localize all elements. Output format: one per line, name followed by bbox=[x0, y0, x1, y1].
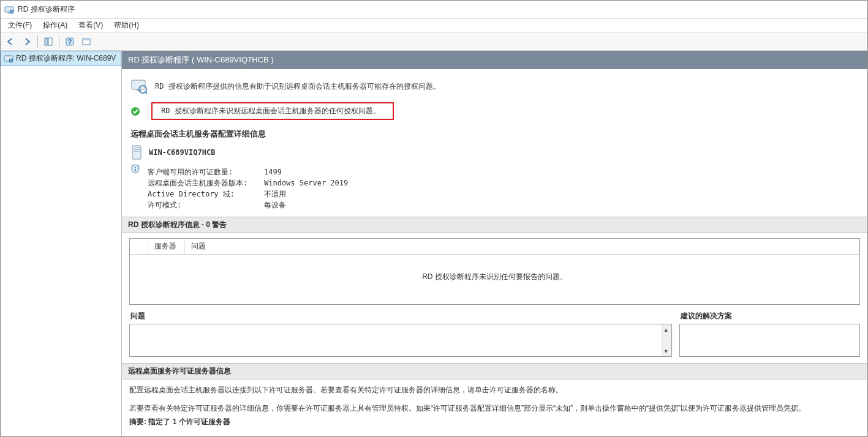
config-details: 客户端可用的许可证数量:1499 远程桌面会话主机服务器版本:Windows S… bbox=[145, 164, 357, 217]
app-icon bbox=[4, 5, 14, 15]
issue-textarea[interactable]: ▲▼ bbox=[129, 324, 672, 357]
svg-point-10 bbox=[9, 59, 13, 62]
menu-help[interactable]: 帮助(H) bbox=[109, 19, 144, 32]
body: RD 授权诊断程序: WIN-C689V RD 授权诊断程序 ( WIN-C68… bbox=[1, 51, 867, 436]
detail-label: Active Directory 域: bbox=[148, 189, 252, 200]
sidebar: RD 授权诊断程序: WIN-C689V bbox=[1, 51, 122, 436]
svg-rect-21 bbox=[135, 169, 135, 171]
ok-check-icon bbox=[130, 106, 140, 116]
server-icon bbox=[130, 144, 143, 160]
status-row: RD 授权诊断程序未识别远程桌面会话主机服务器的任何授权问题。 bbox=[122, 100, 867, 126]
tree-node-rd-diagnoser[interactable]: RD 授权诊断程序: WIN-C689V bbox=[1, 51, 121, 66]
license-info-line2: 若要查看有关特定许可证服务器的详细信息，你需要在许可证服务器上具有管理员特权。如… bbox=[129, 402, 860, 415]
svg-point-20 bbox=[135, 167, 136, 168]
intro-row: RD 授权诊断程序提供的信息有助于识别远程桌面会话主机服务器可能存在的授权问题。 bbox=[122, 69, 867, 100]
menu-file[interactable]: 文件(F) bbox=[3, 19, 37, 32]
issue-column: 问题 ▲▼ bbox=[129, 310, 672, 357]
detail-value: 1499 bbox=[264, 166, 282, 177]
server-name: WIN-C689VIQ7HCB bbox=[149, 148, 215, 157]
status-ok-box: RD 授权诊断程序未识别远程桌面会话主机服务器的任何授权问题。 bbox=[151, 102, 394, 120]
app-window: RD 授权诊断程序 文件(F) 操作(A) 查看(V) 帮助(H) ? RD 授… bbox=[0, 0, 868, 437]
grid-header-issue[interactable]: 问题 bbox=[185, 239, 859, 254]
menu-view[interactable]: 查看(V) bbox=[74, 19, 108, 32]
license-server-section: 配置远程桌面会话主机服务器以连接到以下许可证服务器。若要查看有关特定许可证服务器… bbox=[122, 379, 867, 428]
license-info-line1: 配置远程桌面会话主机服务器以连接到以下许可证服务器。若要查看有关特定许可证服务器… bbox=[129, 383, 860, 397]
solution-textarea[interactable] bbox=[679, 324, 860, 357]
menu-action[interactable]: 操作(A) bbox=[38, 19, 72, 32]
toolbar: ? bbox=[1, 32, 867, 51]
svg-point-2 bbox=[10, 10, 13, 13]
warn-grid: 服务器 问题 RD 授权诊断程序未识别任何要报告的问题。 bbox=[129, 238, 860, 305]
svg-rect-18 bbox=[134, 149, 140, 150]
svg-rect-4 bbox=[48, 38, 52, 45]
detail-row: 远程桌面会话主机服务器版本:Windows Server 2019 bbox=[148, 177, 348, 189]
svg-rect-3 bbox=[45, 38, 48, 45]
issue-label: 问题 bbox=[129, 310, 672, 324]
scroll-down-icon[interactable]: ▼ bbox=[661, 346, 671, 356]
detail-label: 客户端可用的许可证数量: bbox=[148, 166, 252, 177]
grid-empty-message: RD 授权诊断程序未识别任何要报告的问题。 bbox=[130, 255, 859, 304]
split-row: 问题 ▲▼ 建议的解决方案 bbox=[122, 310, 867, 363]
back-button[interactable] bbox=[3, 34, 18, 49]
content-header: RD 授权诊断程序 ( WIN-C689VIQ7HCB ) bbox=[122, 51, 867, 69]
scrollbar[interactable]: ▲▼ bbox=[661, 324, 671, 356]
detail-label: 远程桌面会话主机服务器版本: bbox=[148, 177, 252, 189]
intro-text: RD 授权诊断程序提供的信息有助于识别远程桌面会话主机服务器可能存在的授权问题。 bbox=[155, 81, 440, 92]
menubar: 文件(F) 操作(A) 查看(V) 帮助(H) bbox=[1, 19, 867, 32]
scroll-up-icon[interactable]: ▲ bbox=[661, 324, 671, 335]
warn-panel-title: RD 授权诊断程序信息 - 0 警告 bbox=[122, 217, 867, 233]
content-pane: RD 授权诊断程序 ( WIN-C689VIQ7HCB ) RD 授权诊断程序提… bbox=[122, 51, 867, 436]
show-hide-tree-button[interactable] bbox=[41, 34, 56, 49]
grid-header-server[interactable]: 服务器 bbox=[148, 239, 185, 254]
license-summary: 摘要: 指定了 1 个许可证服务器 bbox=[129, 415, 860, 428]
detail-value: Windows Server 2019 bbox=[264, 177, 348, 189]
solution-column: 建议的解决方案 bbox=[679, 310, 860, 357]
node-icon bbox=[4, 54, 13, 64]
detail-row: 客户端可用的许可证数量:1499 bbox=[148, 166, 348, 177]
refresh-button[interactable] bbox=[79, 34, 94, 49]
detail-label: 许可模式: bbox=[148, 200, 252, 211]
titlebar: RD 授权诊断程序 bbox=[1, 1, 867, 19]
svg-rect-11 bbox=[132, 80, 145, 89]
solution-label: 建议的解决方案 bbox=[679, 310, 860, 324]
detail-row: Active Directory 域:不适用 bbox=[148, 189, 348, 200]
detail-row: 许可模式:每设备 bbox=[148, 200, 348, 211]
window-title: RD 授权诊断程序 bbox=[18, 4, 75, 15]
server-row: WIN-C689VIQ7HCB bbox=[122, 143, 867, 164]
svg-rect-17 bbox=[134, 147, 140, 148]
license-server-section-title: 远程桌面服务许可证服务器信息 bbox=[122, 363, 867, 379]
toolbar-separator bbox=[59, 35, 59, 48]
diagnoser-icon bbox=[130, 78, 148, 95]
svg-line-14 bbox=[145, 92, 147, 94]
config-section-title: 远程桌面会话主机服务器配置详细信息 bbox=[122, 126, 867, 143]
help-button[interactable]: ? bbox=[62, 34, 77, 49]
shield-info-icon bbox=[130, 164, 140, 174]
detail-value: 不适用 bbox=[264, 189, 286, 200]
grid-header-icon-col[interactable] bbox=[130, 239, 148, 254]
svg-rect-19 bbox=[134, 151, 140, 152]
tree-node-label: RD 授权诊断程序: WIN-C689V bbox=[16, 53, 116, 64]
svg-text:?: ? bbox=[68, 39, 72, 45]
forward-button[interactable] bbox=[20, 34, 34, 49]
toolbar-separator bbox=[37, 35, 38, 48]
detail-value: 每设备 bbox=[264, 200, 286, 211]
grid-header: 服务器 问题 bbox=[130, 239, 859, 255]
svg-rect-8 bbox=[83, 39, 90, 40]
